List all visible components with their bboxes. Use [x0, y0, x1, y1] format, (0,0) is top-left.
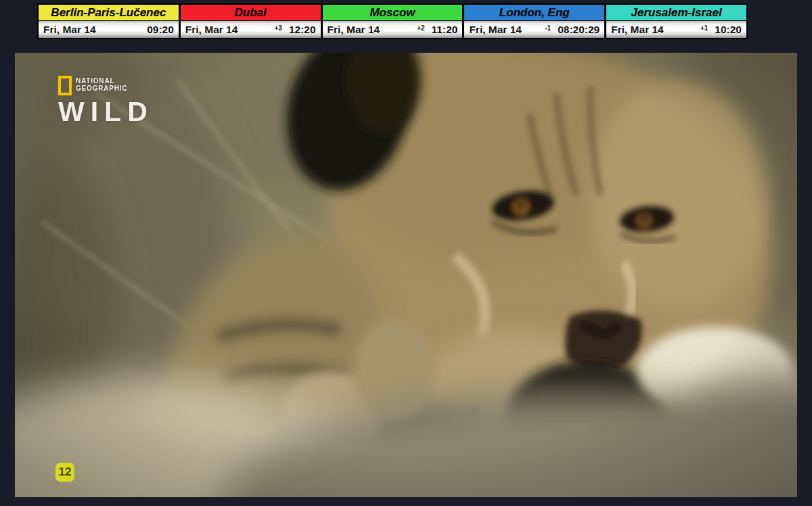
clock-utc-offset: +2	[417, 24, 424, 32]
clock-utc-offset: +3	[275, 24, 282, 32]
clock-date: Fri, Mar 14	[185, 24, 275, 36]
clock-time: 11:20	[432, 24, 458, 36]
clock-jerusalem[interactable]: Jerusalem-Israel Fri, Mar 14 +1 10:20	[606, 5, 746, 38]
channel-logo-line2: GEOGRAPHIC	[76, 85, 127, 92]
channel-logo-line1: NATIONAL	[76, 77, 127, 85]
world-clock-bar: Berlin-Paris-Lučenec Fri, Mar 14 09:20 D…	[37, 3, 748, 39]
clock-time: 12:20	[289, 24, 316, 36]
clock-city-label: Dubai	[181, 5, 321, 21]
clock-city-label: London, Eng	[464, 5, 604, 21]
channel-logo: NATIONAL GEOGRAPHIC WILD	[58, 75, 154, 125]
clock-london[interactable]: London, Eng Fri, Mar 14 -1 08:20:29	[464, 5, 606, 38]
clock-date: Fri, Mar 14	[469, 24, 545, 36]
clock-berlin-paris-lucenec[interactable]: Berlin-Paris-Lučenec Fri, Mar 14 09:20	[39, 5, 181, 38]
clock-date: Fri, Mar 14	[328, 24, 418, 36]
channel-wordmark: WILD	[58, 98, 154, 125]
clock-time: 09:20	[147, 24, 174, 36]
clock-utc-offset: +1	[700, 24, 708, 32]
clock-datetime-row: Fri, Mar 14 09:20	[39, 21, 179, 38]
age-rating-badge: 12	[55, 463, 74, 482]
clock-datetime-row: Fri, Mar 14 +3 12:20	[181, 21, 321, 38]
clock-date: Fri, Mar 14	[43, 24, 140, 36]
clock-utc-offset: -1	[545, 24, 551, 32]
clock-city-label: Moscow	[323, 5, 463, 21]
clock-city-label: Jerusalem-Israel	[606, 5, 746, 21]
clock-moscow[interactable]: Moscow Fri, Mar 14 +2 11:20	[323, 5, 465, 38]
video-player[interactable]: NATIONAL GEOGRAPHIC WILD 12	[15, 53, 797, 497]
clock-date: Fri, Mar 14	[611, 24, 700, 36]
clock-time: 08:20:29	[558, 24, 600, 36]
natgeo-frame-icon	[58, 76, 72, 95]
clock-city-label: Berlin-Paris-Lučenec	[39, 5, 179, 21]
clock-datetime-row: Fri, Mar 14 +2 11:20	[323, 21, 463, 38]
clock-dubai[interactable]: Dubai Fri, Mar 14 +3 12:20	[181, 5, 323, 38]
clock-datetime-row: Fri, Mar 14 -1 08:20:29	[464, 21, 604, 38]
clock-datetime-row: Fri, Mar 14 +1 10:20	[606, 21, 746, 38]
clock-time: 10:20	[715, 24, 742, 36]
